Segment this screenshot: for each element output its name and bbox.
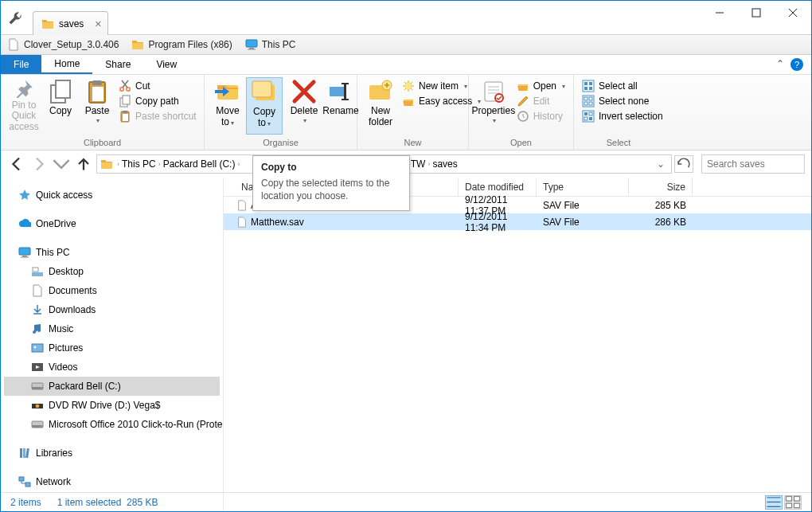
copy-icon [48,79,73,104]
edit-button[interactable]: Edit [513,94,568,108]
tree-music[interactable]: Music [4,319,220,338]
label: History [533,111,563,122]
settings-wrench-icon[interactable] [7,10,23,26]
rename-icon [328,79,353,104]
nav-back-button[interactable] [7,154,26,174]
cut-button[interactable]: Cut [115,79,200,93]
path-icon [119,95,131,107]
libraries-icon [18,447,31,459]
bookmark-label: Clover_Setup_3.0.406 [24,39,119,50]
tree-pictures[interactable]: Pictures [4,338,220,358]
paste-shortcut-button[interactable]: Paste shortcut [115,109,200,123]
history-icon [517,110,529,123]
tree-libraries[interactable]: Libraries [4,444,220,463]
label: Music [49,323,73,334]
label: Delete [291,106,318,117]
label: Move to▾ [214,106,241,128]
label: New folder [367,106,394,128]
documents-icon [31,284,44,297]
move-to-button[interactable]: Move to▾ [209,77,246,135]
bookmark-item[interactable]: Program Files (x86) [131,38,232,51]
svg-rect-53 [32,344,43,352]
ribbon-collapse-icon[interactable]: ⌃ [776,58,784,69]
bookmark-bar: Clover_Setup_3.0.406 Program Files (x86)… [1,34,811,55]
invert-selection-button[interactable]: Invert selection [579,109,666,123]
nav-history-dropdown[interactable] [52,154,71,174]
clover-tab-bar: saves × [1,1,811,34]
rename-button[interactable]: Rename [322,77,359,135]
copy-to-button[interactable]: Copy to▾ [246,77,283,135]
nav-up-button[interactable] [74,154,93,174]
status-bar: 2 items 1 item selected 285 KB [1,492,811,511]
file-row[interactable]: Matthew.sav 9/12/2011 11:34 PM SAV File … [224,213,811,230]
music-icon [31,322,44,335]
window-maximize-button[interactable] [738,1,775,25]
new-folder-icon [368,79,393,104]
pin-to-quick-access-button[interactable]: Pin to Quick access [6,77,42,135]
tab-close-icon[interactable]: × [95,18,101,30]
label: Paste [85,106,110,117]
tree-dvd-drive[interactable]: DVD RW Drive (D:) Vega$ [4,396,220,415]
dvd-icon [31,399,44,412]
new-folder-button[interactable]: New folder [362,77,399,135]
tree-drive-c[interactable]: Packard Bell (C:) [4,377,220,396]
select-none-button[interactable]: Select none [579,94,666,108]
file-size: 286 KB [629,217,693,228]
cut-icon [119,80,131,92]
bookmark-item[interactable]: This PC [245,38,296,51]
open-button[interactable]: Open▾ [513,79,568,93]
label: Videos [49,362,77,373]
new-item-icon [402,80,415,92]
svg-point-54 [34,346,37,349]
folder-icon [100,158,113,170]
view-details-button[interactable] [765,495,783,510]
window-minimize-button[interactable] [701,1,738,25]
search-box[interactable] [701,154,805,174]
delete-icon [291,79,317,104]
tab-view[interactable]: View [143,55,189,74]
tree-documents[interactable]: Documents [4,281,220,300]
label: Rename [322,106,358,117]
browser-tab-saves[interactable]: saves × [33,11,108,35]
tree-this-pc[interactable]: This PC [4,243,220,262]
history-button[interactable]: History [513,109,568,123]
properties-button[interactable]: Properties▾ [474,77,513,135]
label: Copy [49,106,72,117]
view-icons-button[interactable] [784,495,802,510]
nav-forward-button[interactable] [29,154,49,174]
help-icon[interactable]: ? [791,58,803,71]
breadcrumb-item[interactable]: This PC› [122,158,161,170]
paste-button[interactable]: Paste ▾ [79,77,115,135]
file-icon [7,38,20,51]
delete-button[interactable]: Delete▾ [286,77,322,135]
star-icon [18,189,31,201]
address-dropdown-icon[interactable]: ⌄ [654,158,668,170]
refresh-button[interactable] [674,155,693,173]
copy-path-button[interactable]: Copy path [115,94,200,108]
window-close-button[interactable] [775,1,811,25]
column-type[interactable]: Type [537,178,629,196]
label: Quick access [36,190,92,201]
label: New item [419,80,459,92]
tree-network[interactable]: Network [4,472,220,491]
tab-home[interactable]: Home [41,55,92,74]
bookmark-item[interactable]: Clover_Setup_3.0.406 [7,38,119,51]
search-input[interactable] [707,158,812,170]
tooltip-title: Copy to [261,162,401,173]
copy-button[interactable]: Copy [42,77,79,135]
tab-file[interactable]: File [1,55,41,74]
tree-onedrive[interactable]: OneDrive [4,214,220,233]
tree-quick-access[interactable]: Quick access [4,186,220,205]
bookmark-label: This PC [262,39,296,50]
tree-videos[interactable]: Videos [4,358,220,377]
column-size[interactable]: Size [629,178,693,196]
tab-share[interactable]: Share [92,55,143,74]
tree-office-drive[interactable]: Microsoft Office 2010 Click-to-Run (Prot… [4,415,220,434]
tree-desktop[interactable]: Desktop [4,262,220,281]
ribbon: Pin to Quick access Copy Paste ▾ Cut Cop… [1,75,811,150]
breadcrumb-item[interactable]: saves [432,158,457,170]
select-all-button[interactable]: Select all [579,79,666,93]
breadcrumb-item[interactable]: Packard Bell (C:)› [163,158,240,170]
group-label-select: Select [579,138,658,149]
tree-downloads[interactable]: Downloads [4,300,220,319]
